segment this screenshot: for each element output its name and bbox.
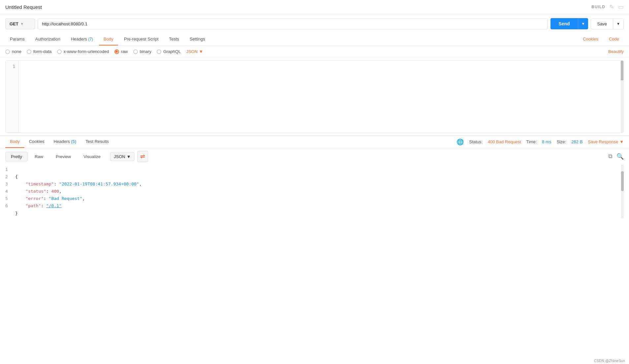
format-tab-raw[interactable]: Raw	[29, 152, 49, 161]
send-button[interactable]: Send	[550, 18, 578, 29]
request-title: Untitled Request	[5, 4, 42, 10]
status-value: 400 Bad Request	[488, 139, 521, 144]
json-select-value: JSON	[186, 49, 198, 54]
radio-circle-urlencoded	[57, 49, 62, 54]
format-tab-preview[interactable]: Preview	[50, 152, 77, 161]
url-bar: GET ▼ Send ▼ Save ▼	[0, 14, 629, 33]
status-label: Status:	[469, 139, 482, 144]
method-value: GET	[10, 21, 18, 26]
save-response-arrow-icon: ▼	[619, 139, 624, 144]
save-button[interactable]: Save	[591, 19, 613, 29]
json-format-selector[interactable]: JSON ▼	[186, 49, 203, 54]
response-tabs-bar: Body Cookies Headers (5) Test Results 🌐 …	[0, 136, 629, 148]
save-icon[interactable]: ▭	[618, 3, 624, 11]
save-response-button[interactable]: Save Response ▼	[588, 139, 624, 144]
tab-prerequest[interactable]: Pre-request Script	[119, 33, 163, 45]
resp-tab-test-results[interactable]: Test Results	[81, 136, 113, 148]
radio-form-data-label: form-data	[33, 49, 52, 54]
tab-cookies[interactable]: Cookies	[578, 33, 603, 45]
radio-graphql[interactable]: GraphQL	[157, 49, 181, 54]
radio-urlencoded[interactable]: x-www-form-urlencoded	[57, 49, 109, 54]
tab-code[interactable]: Code	[604, 33, 624, 45]
radio-circle-none	[5, 49, 10, 54]
response-status-bar: 🌐 Status: 400 Bad Request Time: 8 ms Siz…	[456, 138, 624, 146]
request-body-editor[interactable]: 1	[5, 60, 624, 133]
footer: CSDN @ZNineSun	[590, 357, 629, 364]
tab-settings[interactable]: Settings	[185, 33, 210, 45]
wrap-button[interactable]: ⇌	[137, 151, 148, 162]
response-action-icons: ⧉ 🔍	[608, 153, 624, 160]
globe-icon: 🌐	[456, 138, 464, 146]
format-tab-visualize[interactable]: Visualize	[78, 152, 106, 161]
resp-tab-headers[interactable]: Headers (5)	[49, 136, 81, 148]
response-section: Body Cookies Headers (5) Test Results 🌐 …	[0, 135, 629, 218]
beautify-button[interactable]: Beautify	[608, 49, 624, 54]
radio-circle-binary	[133, 49, 138, 54]
req-tabs-right: Cookies Code	[578, 33, 624, 45]
radio-circle-form-data	[27, 49, 31, 54]
radio-circle-raw	[114, 49, 119, 54]
radio-none[interactable]: none	[5, 49, 21, 54]
save-response-label: Save Response	[588, 139, 618, 144]
json-chevron-icon: ▼	[199, 49, 203, 54]
editor-scrollbar-thumb	[621, 61, 623, 80]
copy-icon[interactable]: ⧉	[608, 153, 613, 160]
resp-tab-body[interactable]: Body	[5, 136, 24, 148]
save-button-group: Save ▼	[591, 18, 624, 29]
radio-binary[interactable]: binary	[133, 49, 151, 54]
editor-line-numbers: 1	[6, 61, 19, 132]
response-scrollbar-thumb	[621, 171, 624, 191]
radio-graphql-label: GraphQL	[163, 49, 181, 54]
radio-raw[interactable]: raw	[114, 49, 128, 54]
response-line-numbers: 123456	[5, 166, 15, 217]
build-label: BUILD	[591, 5, 605, 9]
resp-tab-cookies[interactable]: Cookies	[24, 136, 49, 148]
method-chevron-icon: ▼	[20, 22, 24, 26]
radio-none-label: none	[12, 49, 21, 54]
response-code-content: { "timestamp": "2022-01-19T08:41:57.934+…	[15, 166, 624, 217]
save-arrow-button[interactable]: ▼	[613, 19, 623, 29]
response-json-chevron-icon: ▼	[127, 154, 131, 159]
time-label: Time:	[526, 139, 537, 144]
footer-text: CSDN @ZNineSun	[594, 359, 625, 363]
format-tab-pretty[interactable]: Pretty	[5, 152, 28, 161]
size-label: Size:	[556, 139, 566, 144]
response-json-selector[interactable]: JSON ▼	[110, 152, 135, 161]
tab-body[interactable]: Body	[99, 33, 118, 45]
tab-params[interactable]: Params	[5, 33, 29, 45]
body-format-bar: none form-data x-www-form-urlencoded raw…	[0, 46, 629, 58]
edit-icon[interactable]: ✎	[609, 3, 614, 11]
response-format-bar: Pretty Raw Preview Visualize JSON ▼ ⇌ ⧉ …	[0, 148, 629, 165]
response-scrollbar[interactable]	[621, 165, 624, 218]
method-selector[interactable]: GET ▼	[5, 18, 35, 29]
url-input[interactable]	[38, 18, 548, 29]
radio-raw-label: raw	[121, 49, 128, 54]
response-code-block: 123456 { "timestamp": "2022-01-19T08:41:…	[0, 165, 629, 218]
app-header: Untitled Request BUILD ✎ ▭	[0, 0, 629, 14]
radio-binary-label: binary	[140, 49, 151, 54]
radio-form-data[interactable]: form-data	[27, 49, 52, 54]
editor-scrollbar[interactable]	[621, 61, 623, 132]
radio-circle-graphql	[157, 49, 161, 54]
tab-headers[interactable]: Headers (7)	[66, 33, 98, 45]
response-json-value: JSON	[114, 154, 125, 159]
request-tabs: Params Authorization Headers (7) Body Pr…	[0, 33, 629, 46]
size-value: 282 B	[571, 139, 582, 144]
search-icon[interactable]: 🔍	[616, 153, 624, 160]
editor-content[interactable]	[19, 61, 621, 132]
send-button-group: Send ▼	[550, 18, 588, 29]
time-value: 8 ms	[542, 139, 551, 144]
radio-urlencoded-label: x-www-form-urlencoded	[64, 49, 109, 54]
tab-tests[interactable]: Tests	[165, 33, 184, 45]
tab-authorization[interactable]: Authorization	[31, 33, 65, 45]
send-arrow-button[interactable]: ▼	[578, 18, 588, 29]
header-actions: BUILD ✎ ▭	[591, 3, 624, 11]
